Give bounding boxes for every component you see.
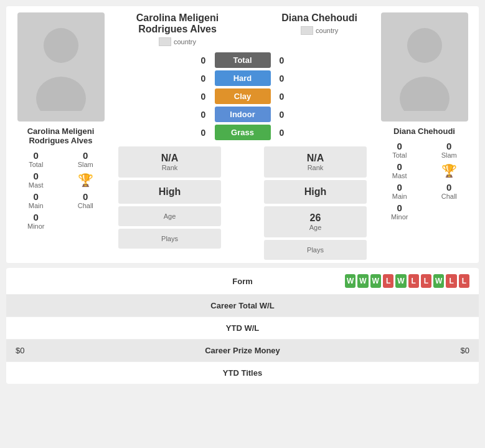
form-badge-l: L (408, 274, 419, 288)
player1-mast-cell: 0 Mast (12, 171, 60, 189)
player2-slam-label: Slam (441, 151, 457, 159)
hard-left: 0 (197, 74, 210, 83)
svg-point-3 (400, 77, 450, 111)
prize-right: $0 (345, 346, 469, 355)
player2-name-header: Diana Chehoudi (281, 12, 357, 24)
player2-age-box: 26 Age (264, 206, 367, 237)
clay-right: 0 (276, 92, 288, 102)
player1-stats: 0 Total 0 Slam 0 Mast 🏆 0 Main (12, 150, 109, 230)
indoor-button[interactable]: Indoor (215, 107, 271, 122)
player2-total-cell: 0 Total (376, 141, 423, 159)
clay-left: 0 (197, 92, 210, 102)
trophy2-icon: 🏆 (441, 163, 457, 178)
ytd-titles-label: YTD Titles (140, 368, 345, 378)
player1-slam-label: Slam (78, 161, 93, 168)
form-badge-w: W (370, 274, 381, 288)
player1-main-cell: 0 Main (12, 191, 60, 209)
player2-mast-value: 0 (397, 161, 402, 172)
grass-button[interactable]: Grass (215, 125, 271, 140)
hard-row: 0 Hard 0 (121, 70, 364, 86)
player1-slam-cell: 0 Slam (62, 150, 110, 168)
player2-minor-value: 0 (397, 203, 402, 213)
prize-left: $0 (16, 346, 140, 355)
player2-age-label: Age (309, 224, 322, 231)
player2-chall-cell: 0 Chall (426, 182, 473, 200)
player2-high-value: High (304, 186, 327, 198)
hard-button[interactable]: Hard (215, 70, 271, 86)
total-button[interactable]: Total (215, 52, 271, 68)
total-right: 0 (276, 55, 288, 65)
total-left: 0 (197, 55, 210, 65)
player1-minor-cell: 0 Minor (12, 212, 60, 230)
form-badges-container: WWWLWLLWLL (345, 274, 469, 288)
player2-card: Diana Chehoudi 0 Total 0 Slam 0 Mast 🏆 (370, 6, 479, 263)
player1-mast-label: Mast (29, 181, 44, 189)
form-badge-w: W (433, 274, 444, 288)
player1-name: Carolina Meligeni Rodrigues Alves (27, 126, 95, 145)
player1-header: Carolina Meligeni Rodrigues Alves countr… (128, 12, 227, 46)
indoor-left: 0 (197, 110, 210, 120)
player1-mast-value: 0 (34, 171, 39, 181)
total-row: 0 Total 0 (121, 52, 364, 68)
player2-detail-panel: N/A Rank High 26 Age Plays (261, 143, 370, 263)
player2-slam-value: 0 (446, 141, 451, 151)
middle-section: Carolina Meligeni Rodrigues Alves countr… (115, 6, 370, 263)
clay-button[interactable]: Clay (215, 88, 271, 104)
player1-country: country (128, 37, 227, 46)
player1-chall-cell: 0 Chall (62, 191, 110, 209)
player2-flag (301, 26, 313, 35)
player1-age-label: Age (164, 212, 176, 220)
player1-age-box: Age (118, 206, 221, 226)
player2-rank-value: N/A (307, 153, 324, 164)
player2-rank-box: N/A Rank (264, 146, 367, 178)
player2-name: Diana Chehoudi (393, 126, 455, 136)
prize-label: Career Prize Money (140, 346, 345, 355)
player1-plays-label: Plays (161, 235, 178, 242)
player1-rank-value: N/A (161, 153, 179, 164)
main-container: Carolina Meligeni Rodrigues Alves 0 Tota… (0, 0, 485, 390)
player1-main-label: Main (29, 202, 44, 209)
player1-high-box: High (118, 180, 221, 204)
trophy2-icon-cell: 🏆 (426, 161, 473, 179)
player1-detail-panel: N/A Rank High Age Plays (115, 143, 224, 263)
player1-plays-box: Plays (118, 229, 221, 249)
career-total-label: Career Total W/L (140, 301, 345, 310)
player1-high-value: High (159, 186, 181, 198)
form-badge-w: W (345, 274, 356, 288)
detail-panels-row: N/A Rank High Age Plays (115, 143, 370, 263)
player2-total-value: 0 (397, 141, 402, 151)
player1-minor-label: Minor (27, 222, 45, 230)
form-badge-l: L (421, 274, 431, 288)
player2-chall-label: Chall (441, 193, 457, 200)
player2-rank-label: Rank (308, 164, 324, 171)
form-badge-l: L (459, 274, 469, 288)
player1-total-label: Total (29, 161, 43, 168)
form-badge-l: L (383, 274, 393, 288)
player1-chall-value: 0 (83, 191, 88, 202)
ytd-wl-label: YTD W/L (140, 323, 345, 333)
form-badge-l: L (446, 274, 456, 288)
player2-high-box: High (264, 180, 367, 204)
surfaces-container: 0 Total 0 0 Hard 0 0 Clay 0 0 Indoor (115, 49, 370, 143)
form-label: Form (140, 277, 345, 286)
player1-main-value: 0 (34, 191, 39, 202)
player1-card: Carolina Meligeni Rodrigues Alves 0 Tota… (6, 6, 115, 263)
player1-chall-label: Chall (78, 202, 93, 209)
names-row: Carolina Meligeni Rodrigues Alves countr… (115, 6, 370, 49)
trophy-icon: 🏆 (78, 173, 93, 188)
clay-row: 0 Clay 0 (121, 88, 364, 104)
player2-header: Diana Chehoudi country (281, 12, 357, 35)
prize-row: $0 Career Prize Money $0 (6, 340, 479, 362)
player2-stats: 0 Total 0 Slam 0 Mast 🏆 0 Main (376, 141, 473, 221)
center-spacer (224, 143, 261, 263)
hard-right: 0 (276, 74, 288, 83)
form-badge-w: W (395, 274, 406, 288)
svg-point-2 (407, 28, 442, 63)
player2-main-value: 0 (397, 182, 402, 193)
player2-plays-label: Plays (307, 246, 324, 254)
indoor-row: 0 Indoor 0 (121, 107, 364, 122)
player1-minor-value: 0 (34, 212, 39, 222)
grass-right: 0 (276, 128, 288, 138)
player2-minor-label: Minor (391, 213, 408, 221)
bottom-stats: Form WWWLWLLWLL Career Total W/L YTD W/L… (6, 268, 479, 384)
